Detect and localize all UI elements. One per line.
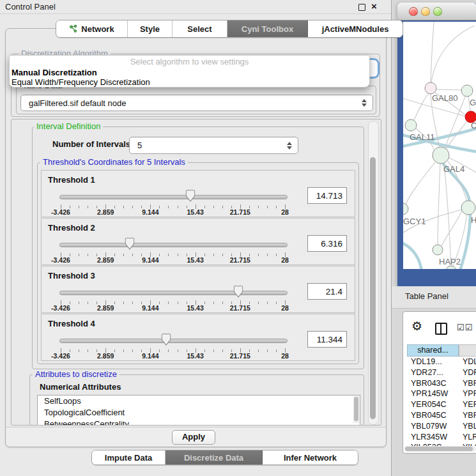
tab-impute-data[interactable]: Impute Data xyxy=(92,450,165,464)
table-panel-titlebar: Table Panel xyxy=(392,286,476,309)
number-of-intervals-combobox[interactable]: 5 xyxy=(129,137,298,154)
columns-icon[interactable] xyxy=(435,323,447,335)
table-panel-title: Table Panel xyxy=(405,291,449,301)
threshold-2-label: Threshold 2 xyxy=(48,223,95,233)
threshold-4-slider[interactable] xyxy=(59,333,286,348)
close-panel-icon[interactable]: × xyxy=(371,1,377,12)
tab-infer-network[interactable]: Infer Network xyxy=(263,450,358,464)
table-body[interactable]: YDL19...YDL1 YDR27...YDR2 YBR043CYBR0 YP… xyxy=(407,357,476,446)
threshold-3-label: Threshold 3 xyxy=(48,271,95,280)
slider-thumb[interactable] xyxy=(161,334,171,346)
settings-vertical-scrollbar[interactable] xyxy=(368,121,379,425)
table-row[interactable]: YER054CYER0 xyxy=(407,399,476,410)
network-window-titlebar xyxy=(397,3,476,20)
attributes-group-title: Attributes to discretize xyxy=(33,369,119,379)
combo-stepper-icon xyxy=(286,142,293,150)
threshold-3-block: Threshold 3 -3.4262.8599.14415.4321.7152… xyxy=(41,266,355,313)
threshold-4-value-field[interactable]: 11.344 xyxy=(307,331,347,348)
column-header-name[interactable]: name xyxy=(459,344,476,357)
dropdown-option-equal-width-frequency[interactable]: Equal Width/Frequency Discretization xyxy=(10,77,369,87)
node-gcy1 xyxy=(403,203,408,215)
slider-thumb[interactable] xyxy=(125,238,135,250)
threshold-3-slider[interactable] xyxy=(59,285,286,300)
slider-track xyxy=(59,243,288,247)
threshold-1-label: Threshold 1 xyxy=(48,175,95,185)
gear-icon[interactable]: ⚙ xyxy=(411,320,422,332)
interval-definition-title: Interval Definition xyxy=(34,121,103,131)
table-horizontal-scrollbar[interactable] xyxy=(404,446,476,452)
table-row[interactable]: YBL079WYBL0 xyxy=(407,421,476,432)
close-window-icon[interactable] xyxy=(409,7,418,16)
tab-cyni-toolbox[interactable]: Cyni Toolbox xyxy=(227,20,308,37)
apply-row: Apply xyxy=(6,427,386,447)
table-data-combobox[interactable]: galFiltered.sif default node xyxy=(20,95,373,111)
tab-style[interactable]: Style xyxy=(128,20,173,37)
table-data-group: Table Data galFiltered.sif default node xyxy=(16,86,376,114)
apply-button[interactable]: Apply xyxy=(172,430,215,445)
list-item[interactable]: TopologicalCoefficient xyxy=(38,407,360,418)
slider-tick-labels: -3.4262.8599.14415.4321.71528 xyxy=(61,352,285,360)
slider-track xyxy=(59,195,288,199)
tab-discretize-data[interactable]: Discretize Data xyxy=(165,450,263,464)
table-row[interactable]: YDR27...YDR2 xyxy=(407,367,476,378)
node-label: HAP2 xyxy=(439,257,461,266)
control-panel-body: Discretization Algorithm Table Data galF… xyxy=(5,28,387,447)
slider-track xyxy=(59,339,288,343)
node-gal4 xyxy=(433,147,449,164)
tab-jactivemnodules[interactable]: jActiveMNodules xyxy=(308,20,403,37)
node-label: H xyxy=(471,215,476,225)
table-header: shared... name xyxy=(407,344,476,357)
threshold-2-value-field[interactable]: 6.316 xyxy=(307,235,347,252)
control-panel-titlebar: Control Panel × xyxy=(0,0,391,14)
threshold-2-slider[interactable] xyxy=(59,237,286,252)
threshold-1-value-field[interactable]: 14.713 xyxy=(307,187,347,204)
network-view-window: GAL80 GA C GAL11 GAL4 GCY1 H HAP2 xyxy=(397,3,476,286)
slider-tick-labels: -3.4262.8599.14415.4321.71528 xyxy=(61,208,285,216)
threshold-4-label: Threshold 4 xyxy=(48,319,95,328)
right-region: GAL80 GA C GAL11 GAL4 GCY1 H HAP2 Table … xyxy=(392,0,476,476)
numerical-attributes-list[interactable]: SelfLoops TopologicalCoefficient Between… xyxy=(37,395,360,426)
table-row[interactable]: YPR145WYPR1 xyxy=(407,388,476,399)
number-of-intervals-label: Number of Intervals xyxy=(52,139,130,149)
dropdown-option-manual-discretization[interactable]: Manual Discretization xyxy=(10,68,369,77)
network-canvas[interactable]: GAL80 GA C GAL11 GAL4 GCY1 H HAP2 xyxy=(403,22,476,269)
slider-tick-labels: -3.4262.8599.14415.4321.71528 xyxy=(61,256,285,264)
float-window-icon[interactable] xyxy=(358,4,365,11)
threshold-coordinates-title: Threshold's Coordinates for 5 Intervals xyxy=(40,157,188,167)
network-icon xyxy=(69,24,78,33)
node-label: GAL4 xyxy=(443,164,464,174)
node-label: GAL80 xyxy=(432,93,457,103)
node-pink xyxy=(425,82,436,94)
table-row[interactable]: YDL19...YDL1 xyxy=(407,357,476,367)
node-label: GAL11 xyxy=(410,132,435,142)
numerical-attributes-label: Numerical Attributes xyxy=(40,382,121,392)
list-item[interactable]: SelfLoops xyxy=(38,395,360,407)
zoom-window-icon[interactable] xyxy=(433,7,442,16)
select-all-checkboxes-icon[interactable]: ☑☑ xyxy=(457,323,473,332)
slider-thumb[interactable] xyxy=(185,190,195,202)
settings-scroll-panel: Interval Definition Number of Intervals … xyxy=(11,119,381,426)
tab-network[interactable]: Network xyxy=(56,20,128,37)
threshold-4-block: Threshold 4 -3.4262.8599.14415.4321.7152… xyxy=(41,314,355,361)
tab-select[interactable]: Select xyxy=(173,20,227,37)
node-label: GA xyxy=(470,98,476,107)
threshold-3-value-field[interactable]: 21.4 xyxy=(307,283,347,300)
table-row[interactable]: YLR345WYLR3 xyxy=(407,432,476,443)
slider-thumb[interactable] xyxy=(234,286,243,298)
control-panel-window: Control Panel × Discretization Algorithm… xyxy=(0,0,392,476)
control-panel-tabbar: Network Style Select Cyni Toolbox jActiv… xyxy=(56,20,403,38)
column-header-shared-name[interactable]: shared... xyxy=(407,344,459,357)
list-item[interactable]: BetweennessCentrality xyxy=(38,418,360,426)
node-label: C xyxy=(471,121,476,130)
cyni-mode-tabbar: Impute Data Discretize Data Infer Networ… xyxy=(91,450,358,465)
list-scrollbar[interactable] xyxy=(353,396,359,423)
threshold-1-slider[interactable] xyxy=(59,189,286,204)
minimize-window-icon[interactable] xyxy=(421,7,430,16)
node xyxy=(461,201,475,215)
node xyxy=(405,119,417,131)
table-row[interactable]: YBR045CYBR0 xyxy=(407,410,476,421)
screen: Control Panel × Discretization Algorithm… xyxy=(0,0,476,476)
node-hap2 xyxy=(433,245,443,255)
table-row[interactable]: YBR043CYBR0 xyxy=(407,378,476,389)
number-of-intervals-value: 5 xyxy=(130,141,286,150)
